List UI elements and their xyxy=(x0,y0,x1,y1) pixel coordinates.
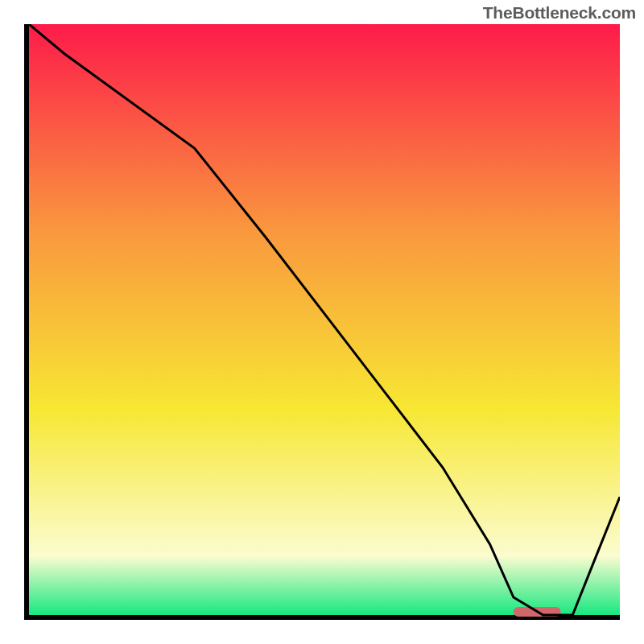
chart-plot-area xyxy=(29,24,620,620)
watermark-text: TheBottleneck.com xyxy=(483,3,636,23)
gradient-background xyxy=(29,24,620,615)
